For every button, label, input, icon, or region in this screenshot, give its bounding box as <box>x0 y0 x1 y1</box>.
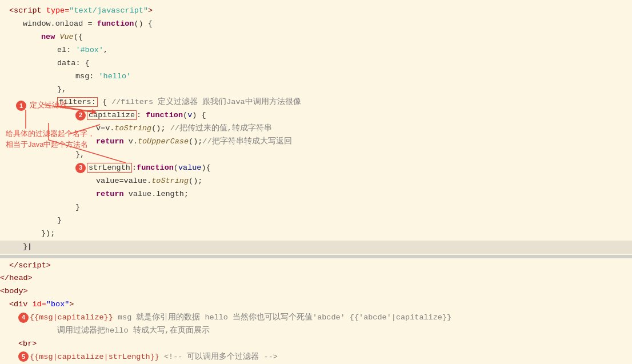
strlength-box: strLength <box>87 163 132 173</box>
filters-box: filters: <box>57 97 98 107</box>
code-line: <body> <box>0 285 632 298</box>
code-line: } <box>0 214 632 227</box>
code-line: window.onload = function() { <box>0 18 632 31</box>
code-text: () { <box>134 18 152 30</box>
html-str: "text/javascript" <box>69 5 148 17</box>
badge4: 4 <box>18 313 29 323</box>
code-text: }, <box>57 84 66 96</box>
code-line: </script> <box>0 259 632 273</box>
code-text: <div id="box"> <box>9 299 74 311</box>
code-line: }, <box>0 83 632 97</box>
code-line: }| <box>0 241 632 254</box>
code-text: 调用过滤器把hello 转成大写,在页面展示 <box>57 325 210 337</box>
badge3: 3 <box>75 163 86 173</box>
code-line-capitalize: 2capitalize: function(v) { <box>0 109 632 122</box>
code-text: v=v.toString(); //把传过来的值,转成字符串 <box>96 123 272 135</box>
code-text: el: '#box', <box>57 45 108 57</box>
code-line: <script type="text/javascript"> <box>0 5 632 18</box>
code-kw: function <box>97 18 134 30</box>
badge5: 5 <box>18 351 29 362</box>
code-line-strlength: 3strLength:function(value){ <box>0 162 632 175</box>
code-line: value=value.toString(); <box>0 175 632 188</box>
code-text: window.onload = <box>23 18 97 30</box>
code-text: }); <box>41 228 55 240</box>
code-text: }, <box>75 149 85 161</box>
code-text: return value.length; <box>96 189 189 201</box>
code-line: new Vue({ <box>0 31 632 44</box>
code-line: el: '#box', <box>0 44 632 57</box>
code-line: v=v.toString(); //把传过来的值,转成字符串 <box>0 122 632 135</box>
code-text: } <box>23 241 27 253</box>
code-text: new Vue({ <box>41 31 83 43</box>
html-tag: > <box>148 5 153 17</box>
capitalize-box: capitalize <box>87 110 137 120</box>
code-text: 5{{msg|capitalize|strLength}} <!-- 可以调用多… <box>18 351 278 363</box>
code-text: <br> <box>18 338 37 350</box>
code-line: <br> <box>0 338 632 351</box>
code-line: }); <box>0 227 632 241</box>
code-line-filters: filters: { //filters 定义过滤器 跟我们Java中调用方法很… <box>0 96 632 109</box>
code-line: } <box>0 201 632 214</box>
html-tag: <script <box>9 5 46 17</box>
code-text: 4{{msg|capitalize}} msg 就是你引用的数据 hello 当… <box>18 312 451 324</box>
code-text: 2capitalize: function(v) { <box>75 110 206 122</box>
code-text: </script> <box>9 260 51 272</box>
code-text: filters: { //filters 定义过滤器 跟我们Java中调用方法很… <box>57 97 301 109</box>
code-line: <div id="box"> <box>0 298 632 311</box>
code-text: <body> <box>0 286 28 298</box>
code-text: } <box>75 202 80 214</box>
code-text: return v.toUpperCase();//把字符串转成大写返回 <box>96 136 292 148</box>
code-line: 调用过滤器把hello 转成大写,在页面展示 <box>0 325 632 338</box>
code-text: data: { <box>57 58 90 70</box>
code-area: <script type="text/javascript"> window.o… <box>0 0 632 364</box>
code-line: data: { <box>0 57 632 70</box>
divider <box>0 255 632 258</box>
code-text: msg: 'hello' <box>75 71 131 83</box>
code-text: } <box>57 215 62 227</box>
code-text: value=value.toString(); <box>96 175 202 187</box>
code-line: return value.length; <box>0 188 632 201</box>
code-line: </head> <box>0 272 632 285</box>
code-text: </head> <box>0 273 33 285</box>
code-line: }, <box>0 149 632 162</box>
html-attr: type= <box>46 5 70 17</box>
code-line: msg: 'hello' <box>0 70 632 83</box>
code-line-badge4: 4{{msg|capitalize}} msg 就是你引用的数据 hello 当… <box>0 311 632 325</box>
badge2: 2 <box>75 110 86 121</box>
code-line-badge5: 5{{msg|capitalize|strLength}} <!-- 可以调用多… <box>0 351 632 364</box>
code-line: return v.toUpperCase();//把字符串转成大写返回 <box>0 135 632 149</box>
code-text: 3strLength:function(value){ <box>75 162 211 174</box>
